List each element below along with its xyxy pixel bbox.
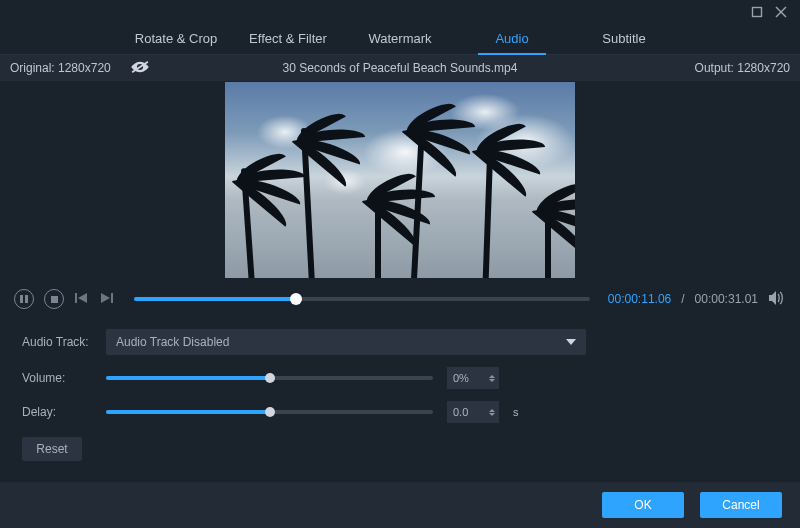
info-bar: Original: 1280x720 30 Seconds of Peacefu… xyxy=(0,55,800,81)
svg-rect-9 xyxy=(111,293,113,303)
svg-rect-6 xyxy=(51,296,58,303)
playback-controls: 00:00:11.06/00:00:31.01 xyxy=(0,279,800,319)
volume-value: 0% xyxy=(453,372,469,384)
audio-track-label: Audio Track: xyxy=(22,335,90,349)
next-frame-button[interactable] xyxy=(100,291,116,307)
delay-slider[interactable] xyxy=(106,410,433,414)
time-current: 00:00:11.06 xyxy=(608,292,671,306)
tab-bar: Rotate & Crop Effect & Filter Watermark … xyxy=(0,24,800,54)
delay-down-icon[interactable] xyxy=(489,413,495,416)
volume-down-icon[interactable] xyxy=(489,379,495,382)
preview-area xyxy=(0,81,800,279)
output-resolution: Output: 1280x720 xyxy=(695,61,790,75)
svg-rect-7 xyxy=(75,293,77,303)
svg-rect-0 xyxy=(753,8,762,17)
delay-stepper[interactable]: 0.0 xyxy=(447,401,499,423)
video-preview[interactable] xyxy=(225,82,575,278)
audio-track-value: Audio Track Disabled xyxy=(116,335,229,349)
delay-thumb[interactable] xyxy=(265,407,275,417)
progress-thumb[interactable] xyxy=(290,293,302,305)
tab-watermark[interactable]: Watermark xyxy=(344,24,456,54)
svg-marker-8 xyxy=(78,293,87,303)
prev-frame-button[interactable] xyxy=(74,291,90,307)
tab-subtitle[interactable]: Subtitle xyxy=(568,24,680,54)
audio-track-select[interactable]: Audio Track Disabled xyxy=(106,329,586,355)
delay-unit: s xyxy=(513,406,519,418)
volume-up-icon[interactable] xyxy=(489,375,495,378)
play-pause-button[interactable] xyxy=(14,289,34,309)
volume-icon[interactable] xyxy=(768,290,786,308)
tab-effect-filter[interactable]: Effect & Filter xyxy=(232,24,344,54)
time-total: 00:00:31.01 xyxy=(695,292,758,306)
filename-label: 30 Seconds of Peaceful Beach Sounds.mp4 xyxy=(0,61,800,75)
svg-marker-11 xyxy=(769,291,776,305)
delay-label: Delay: xyxy=(22,405,90,419)
audio-settings: Audio Track: Audio Track Disabled Volume… xyxy=(0,319,800,429)
tab-rotate-crop[interactable]: Rotate & Crop xyxy=(120,24,232,54)
svg-rect-5 xyxy=(26,295,28,303)
time-separator: / xyxy=(681,292,684,306)
ok-button[interactable]: OK xyxy=(602,492,684,518)
footer: OK Cancel xyxy=(0,482,800,528)
volume-stepper[interactable]: 0% xyxy=(447,367,499,389)
reset-button[interactable]: Reset xyxy=(22,437,82,461)
stop-button[interactable] xyxy=(44,289,64,309)
chevron-down-icon xyxy=(566,339,576,345)
cancel-button[interactable]: Cancel xyxy=(700,492,782,518)
volume-label: Volume: xyxy=(22,371,90,385)
delay-value: 0.0 xyxy=(453,406,468,418)
svg-rect-4 xyxy=(21,295,23,303)
volume-thumb[interactable] xyxy=(265,373,275,383)
delay-up-icon[interactable] xyxy=(489,409,495,412)
volume-slider[interactable] xyxy=(106,376,433,380)
svg-marker-10 xyxy=(101,293,110,303)
maximize-button[interactable] xyxy=(750,5,764,19)
titlebar xyxy=(0,0,800,24)
tab-audio[interactable]: Audio xyxy=(456,24,568,54)
close-button[interactable] xyxy=(774,5,788,19)
progress-bar[interactable] xyxy=(134,297,590,301)
